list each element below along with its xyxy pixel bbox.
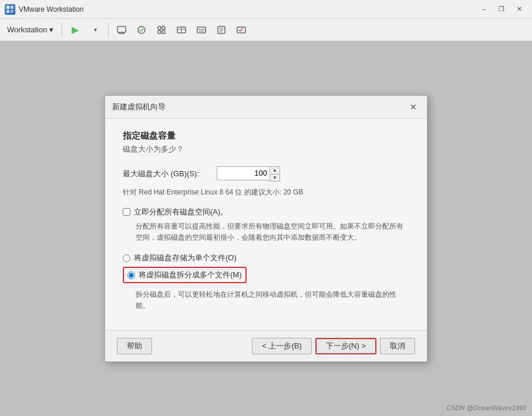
toolbar-btn-5[interactable] [192, 22, 211, 38]
toolbar-btn-4[interactable] [172, 22, 191, 38]
svg-rect-10 [162, 26, 165, 29]
allocate-checkbox-row: 立即分配所有磁盘空间(A)。 [123, 207, 409, 217]
play-button[interactable]: ▶ [66, 22, 85, 38]
dialog-footer: 帮助 < 上一步(B) 下一步(N) > 取消 [105, 330, 427, 361]
dialog-title: 新建虚拟机向导 [112, 102, 166, 112]
radio-split-files-label[interactable]: 将虚拟磁盘拆分成多个文件(M) [139, 270, 242, 280]
workstation-dropdown-arrow: ▾ [49, 25, 53, 34]
title-bar: VMware Workstation − ❐ ✕ [0, 0, 532, 19]
menu-toolbar-bar: Workstation ▾ ▶ ▾ [0, 19, 532, 41]
workstation-menu[interactable]: Workstation ▾ [2, 23, 58, 36]
window-controls: − ❐ ✕ [476, 3, 527, 16]
toolbar-btn-1[interactable] [112, 22, 131, 38]
play-dropdown-arrow: ▾ [94, 26, 97, 33]
spinner-down-button[interactable]: ▼ [270, 174, 280, 181]
help-button[interactable]: 帮助 [117, 338, 152, 354]
disk-size-label: 最大磁盘大小 (GB)(S): [123, 169, 217, 179]
disk-size-hint: 针对 Red Hat Enterprise Linux 8 64 位 的建议大小… [123, 187, 409, 197]
svg-rect-3 [11, 10, 14, 13]
cancel-button[interactable]: 取消 [380, 338, 415, 354]
radio-split-highlight: 将虚拟磁盘拆分成多个文件(M) [123, 267, 247, 283]
watermark: CSDN @OceanWaves1993 [446, 404, 526, 411]
allocate-checkbox[interactable] [123, 208, 130, 216]
radio-split-files-row: 将虚拟磁盘拆分成多个文件(M) [123, 267, 409, 283]
minimize-button[interactable]: − [476, 3, 492, 16]
dialog-heading: 指定磁盘容量 [123, 130, 409, 142]
dialog-body: 指定磁盘容量 磁盘大小为多少？ 最大磁盘大小 (GB)(S): ▲ ▼ 针对 R… [105, 119, 427, 331]
allocate-checkbox-label[interactable]: 立即分配所有磁盘空间(A)。 [134, 207, 228, 217]
main-area: 新建虚拟机向导 ✕ 指定磁盘容量 磁盘大小为多少？ 最大磁盘大小 (GB)(S)… [0, 41, 532, 416]
disk-size-input-group: ▲ ▼ [217, 166, 280, 182]
next-button[interactable]: 下一步(N) > [315, 338, 376, 354]
radio-split-files[interactable] [127, 271, 135, 279]
radio-single-file-row: 将虚拟磁盘存储为单个文件(O) [123, 253, 409, 263]
new-vm-wizard-dialog: 新建虚拟机向导 ✕ 指定磁盘容量 磁盘大小为多少？ 最大磁盘大小 (GB)(S)… [105, 95, 427, 363]
spinner-up-button[interactable]: ▲ [270, 167, 280, 174]
svg-rect-11 [158, 31, 161, 33]
toolbar-btn-2[interactable] [132, 22, 151, 38]
radio-group: 将虚拟磁盘存储为单个文件(O) 将虚拟磁盘拆分成多个文件(M) [123, 253, 409, 283]
allocate-description: 分配所有容量可以提高性能，但要求所有物理磁盘空间立即可用。如果不立即分配所有空间… [136, 221, 409, 243]
svg-rect-12 [162, 31, 165, 33]
app-title: VMware Workstation [19, 5, 476, 14]
play-dropdown-button[interactable]: ▾ [86, 22, 105, 38]
back-button[interactable]: < 上一步(B) [252, 338, 312, 354]
svg-rect-1 [11, 6, 14, 9]
radio-single-file[interactable] [123, 254, 130, 262]
svg-rect-16 [197, 27, 206, 33]
toolbar-divider-2 [108, 23, 109, 37]
svg-rect-0 [6, 6, 9, 9]
dialog-subheading: 磁盘大小为多少？ [123, 144, 409, 155]
disk-size-input[interactable] [217, 166, 270, 180]
app-icon [5, 4, 15, 15]
svg-rect-9 [158, 26, 161, 29]
toolbar-btn-7[interactable] [232, 22, 251, 38]
restore-button[interactable]: ❐ [493, 3, 510, 16]
toolbar-divider-1 [62, 23, 62, 37]
toolbar-btn-3[interactable] [152, 22, 171, 38]
radio-split-description: 拆分磁盘后，可以更轻松地在计算机之间移动虚拟机，但可能会降低大容量磁盘的性能。 [136, 289, 409, 311]
workstation-menu-label: Workstation [7, 25, 47, 34]
play-icon: ▶ [72, 24, 79, 35]
toolbar-btn-6[interactable] [212, 22, 231, 38]
dialog-close-button[interactable]: ✕ [407, 100, 420, 113]
close-window-button[interactable]: ✕ [511, 3, 527, 16]
spinner-buttons: ▲ ▼ [270, 166, 280, 182]
footer-left: 帮助 [117, 338, 152, 354]
svg-rect-2 [6, 10, 9, 13]
footer-right: < 上一步(B) 下一步(N) > 取消 [252, 338, 415, 354]
radio-single-file-label[interactable]: 将虚拟磁盘存储为单个文件(O) [134, 253, 237, 263]
dialog-titlebar: 新建虚拟机向导 ✕ [105, 96, 427, 119]
svg-rect-4 [117, 26, 126, 32]
disk-size-row: 最大磁盘大小 (GB)(S): ▲ ▼ [123, 166, 409, 182]
